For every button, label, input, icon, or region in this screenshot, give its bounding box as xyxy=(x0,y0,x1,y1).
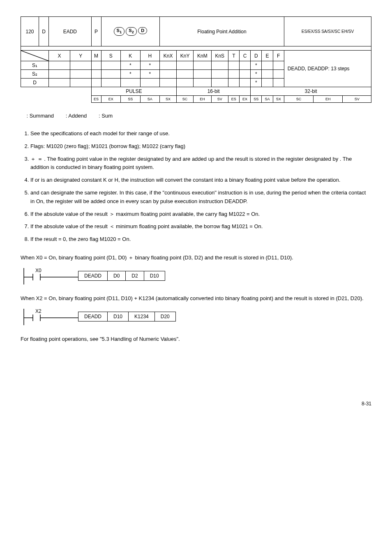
svg-text:X0: X0 xyxy=(35,268,42,273)
expl-1: See the specifications of each model for… xyxy=(30,130,371,138)
row-s1: S₁ xyxy=(21,61,49,70)
ladder-ex2: X2 DEADD D10 K1234 D20 xyxy=(21,307,371,326)
inst-ex1: DEADD D0 D2 D10 xyxy=(78,271,165,281)
s2-K: * xyxy=(121,70,140,79)
expl-5: and can designate the same register. In … xyxy=(30,189,371,206)
col-E: E xyxy=(262,51,273,61)
contact-x2-svg: X2 xyxy=(21,307,78,326)
expl-3: ＋ ＝ . The floating point value in the re… xyxy=(30,155,371,172)
ladder-ex1: X0 DEADD D0 D2 D10 xyxy=(21,266,371,285)
remarks-text: For floating point operations, see "5.3 … xyxy=(21,335,371,344)
function-desc: Floating Point Addition xyxy=(160,17,284,46)
d-D: * xyxy=(251,79,262,87)
col-KnM: KnM xyxy=(194,51,212,61)
expl-7: If the absolute value of the result ＜ mi… xyxy=(30,222,371,231)
row-d: D xyxy=(21,79,49,87)
operand-s1: S1 xyxy=(114,27,125,36)
api-p: P xyxy=(91,17,101,46)
explanations-list: See the specifications of each model for… xyxy=(21,130,371,244)
s1-H: * xyxy=(140,61,160,70)
row-s2: S₂ xyxy=(21,70,49,79)
col-S: S xyxy=(101,51,120,61)
col-X: X xyxy=(49,51,70,61)
col-KnY: KnY xyxy=(177,51,194,61)
ex1-text: When X0 = On, binary floating point (D1,… xyxy=(21,254,371,262)
controllers: ES/EX/SS SA/SX/SC EH/SV xyxy=(284,17,371,46)
col-T: T xyxy=(228,51,239,61)
col-KnX: KnX xyxy=(160,51,177,61)
col-D: D xyxy=(251,51,262,61)
expl-4: If or is an designated constant K or H, … xyxy=(30,176,371,185)
s2-H: * xyxy=(140,70,160,79)
pulse-label: PULSE xyxy=(91,87,176,96)
b16-label: 16-bit xyxy=(177,87,251,96)
s1-K: * xyxy=(121,61,140,70)
operand-s2: S2 xyxy=(126,27,136,36)
ex2-text: When X2 = On, binary floating point (D11… xyxy=(21,294,371,303)
contact-x0-svg: X0 xyxy=(21,266,78,285)
s2-D: * xyxy=(251,70,262,79)
col-K: K xyxy=(121,51,140,61)
s1-D: * xyxy=(251,61,262,70)
spec-table: 120 D EADD P S1 S2 D Floating Point Addi… xyxy=(21,16,371,103)
inst-ex2: DEADD D10 K1234 D20 xyxy=(78,312,176,321)
col-KnS: KnS xyxy=(211,51,228,61)
api-name: EADD xyxy=(49,17,92,46)
svg-line-0 xyxy=(21,51,48,61)
operand-d: D xyxy=(138,27,147,34)
b32-label: 32-bit xyxy=(251,87,371,96)
col-C: C xyxy=(239,51,250,61)
page-number: 8-31 xyxy=(21,401,371,407)
expl-8: If the result = 0, the zero flag M1020 =… xyxy=(30,235,371,244)
expl-6: If the absolute value of the result ＞ ma… xyxy=(30,210,371,219)
col-M: M xyxy=(91,51,101,61)
steps: DEADD, DEADDP: 13 steps xyxy=(284,51,371,87)
operands-legend: : Summand : Addend : Sum xyxy=(21,113,371,119)
svg-text:X2: X2 xyxy=(35,308,42,314)
api-d: D xyxy=(39,17,49,46)
expl-2: Flags: M1020 (zero flag); M1021 (borrow … xyxy=(30,142,371,151)
col-H: H xyxy=(140,51,160,61)
col-Y: Y xyxy=(70,51,91,61)
api-number: 120 xyxy=(21,17,39,46)
col-F: F xyxy=(273,51,284,61)
